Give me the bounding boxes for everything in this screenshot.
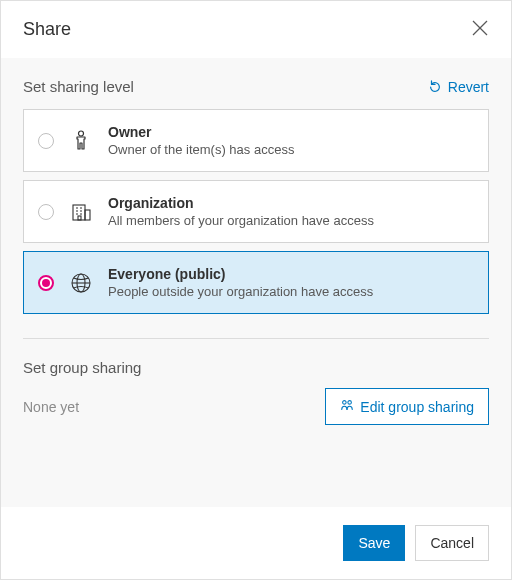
everyone-title: Everyone (public) xyxy=(108,266,373,282)
svg-rect-4 xyxy=(85,210,90,220)
owner-text: Owner Owner of the item(s) has access xyxy=(108,124,294,157)
dialog-title: Share xyxy=(23,19,71,40)
owner-icon xyxy=(70,129,92,153)
share-dialog: Share Set sharing level Revert xyxy=(0,0,512,580)
owner-title: Owner xyxy=(108,124,294,140)
divider xyxy=(23,338,489,339)
group-sharing-row: None yet Edit group sharing xyxy=(23,388,489,425)
radio-everyone[interactable] xyxy=(38,275,54,291)
organization-text: Organization All members of your organiz… xyxy=(108,195,374,228)
everyone-text: Everyone (public) People outside your or… xyxy=(108,266,373,299)
svg-point-16 xyxy=(348,401,352,405)
sharing-option-organization[interactable]: Organization All members of your organiz… xyxy=(23,180,489,243)
dialog-header: Share xyxy=(1,1,511,58)
revert-label: Revert xyxy=(448,79,489,95)
dialog-body: Set sharing level Revert xyxy=(1,58,511,507)
sharing-level-header: Set sharing level Revert xyxy=(23,78,489,95)
organization-desc: All members of your organization have ac… xyxy=(108,213,374,228)
owner-desc: Owner of the item(s) has access xyxy=(108,142,294,157)
group-sharing-empty: None yet xyxy=(23,399,79,415)
sharing-option-owner[interactable]: Owner Owner of the item(s) has access xyxy=(23,109,489,172)
organization-icon xyxy=(70,201,92,223)
edit-group-sharing-label: Edit group sharing xyxy=(360,399,474,415)
sharing-level-title: Set sharing level xyxy=(23,78,134,95)
svg-rect-11 xyxy=(78,216,81,220)
radio-inner xyxy=(42,279,50,287)
dialog-footer: Save Cancel xyxy=(1,507,511,579)
group-icon xyxy=(340,398,354,415)
globe-icon xyxy=(70,272,92,294)
edit-group-sharing-button[interactable]: Edit group sharing xyxy=(325,388,489,425)
radio-owner[interactable] xyxy=(38,133,54,149)
organization-title: Organization xyxy=(108,195,374,211)
close-icon[interactable] xyxy=(471,19,489,40)
svg-rect-3 xyxy=(73,205,85,220)
group-sharing-title: Set group sharing xyxy=(23,359,489,376)
svg-point-2 xyxy=(79,131,84,136)
radio-organization[interactable] xyxy=(38,204,54,220)
everyone-desc: People outside your organization have ac… xyxy=(108,284,373,299)
svg-point-15 xyxy=(343,401,347,405)
save-button[interactable]: Save xyxy=(343,525,405,561)
revert-icon xyxy=(428,80,442,94)
cancel-button[interactable]: Cancel xyxy=(415,525,489,561)
revert-button[interactable]: Revert xyxy=(428,79,489,95)
sharing-option-everyone[interactable]: Everyone (public) People outside your or… xyxy=(23,251,489,314)
